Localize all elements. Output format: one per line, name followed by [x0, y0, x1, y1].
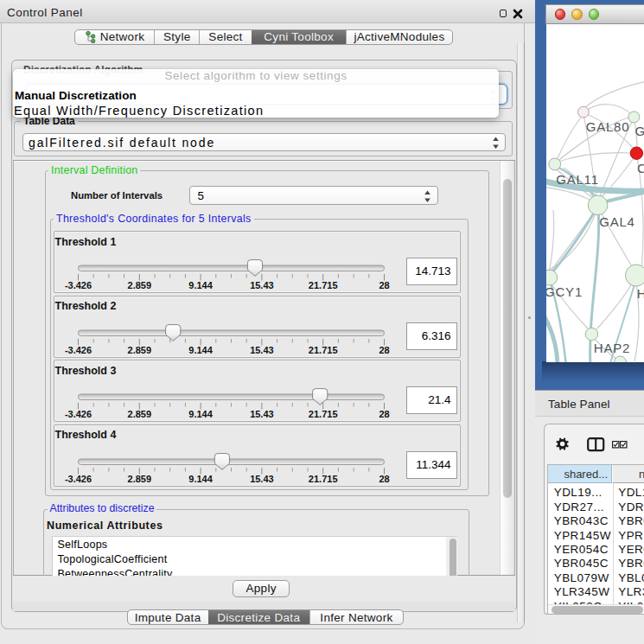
svg-text:2.859: 2.859: [128, 409, 152, 419]
svg-text:G.: G.: [634, 124, 644, 138]
svg-text:21.715: 21.715: [309, 473, 338, 483]
svg-text:HAP2: HAP2: [593, 340, 629, 354]
svg-text:GCY1: GCY1: [546, 284, 583, 298]
svg-text:21.715: 21.715: [309, 344, 338, 354]
svg-text:28: 28: [379, 409, 389, 419]
svg-text:9.144: 9.144: [188, 473, 213, 483]
svg-text:28: 28: [379, 473, 389, 483]
svg-text:15.43: 15.43: [250, 473, 274, 483]
svg-text:28: 28: [379, 280, 389, 290]
svg-text:9.144: 9.144: [188, 344, 213, 354]
svg-text:28: 28: [379, 344, 389, 354]
svg-text:21.715: 21.715: [309, 409, 338, 419]
svg-text:9.144: 9.144: [188, 280, 213, 290]
svg-text:H: H: [636, 285, 644, 300]
svg-text:-3.426: -3.426: [65, 409, 92, 419]
svg-text:C: C: [637, 161, 644, 175]
svg-text:15.43: 15.43: [250, 409, 274, 419]
svg-text:15.43: 15.43: [250, 280, 274, 290]
svg-text:-3.426: -3.426: [65, 280, 92, 290]
svg-text:2.859: 2.859: [128, 344, 152, 354]
svg-text:GAL11: GAL11: [556, 171, 599, 186]
svg-text:21.715: 21.715: [309, 280, 338, 290]
svg-text:15.43: 15.43: [250, 344, 274, 354]
svg-text:-3.426: -3.426: [65, 473, 92, 483]
svg-text:GAL4: GAL4: [599, 214, 635, 228]
svg-text:GAL80: GAL80: [585, 118, 629, 133]
svg-text:-3.426: -3.426: [65, 344, 92, 354]
svg-text:2.859: 2.859: [128, 473, 152, 483]
svg-text:9.144: 9.144: [188, 409, 213, 419]
svg-text:2.859: 2.859: [128, 280, 152, 290]
